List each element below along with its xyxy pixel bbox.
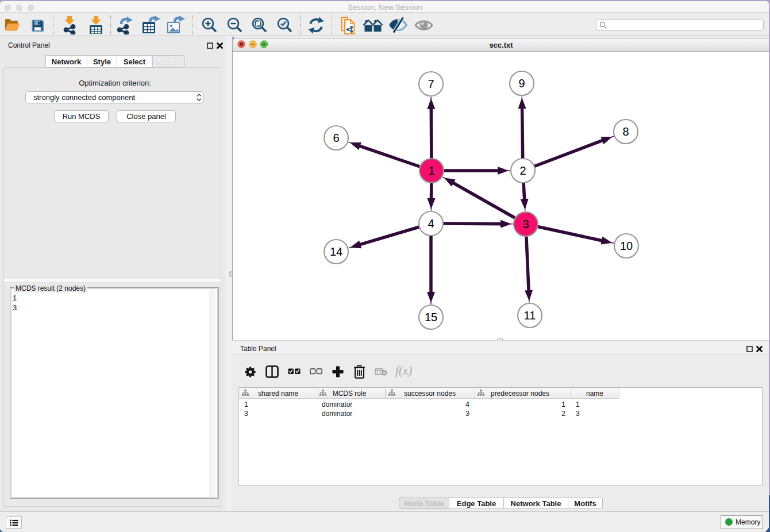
svg-text:4: 4 bbox=[428, 217, 434, 230]
svg-text:10: 10 bbox=[620, 240, 633, 252]
svg-text:6: 6 bbox=[333, 132, 339, 144]
svg-text:2: 2 bbox=[519, 164, 526, 177]
svg-text:1: 1 bbox=[428, 164, 434, 177]
svg-text:8: 8 bbox=[622, 125, 629, 138]
svg-text:14: 14 bbox=[330, 245, 342, 258]
svg-text:11: 11 bbox=[524, 309, 536, 322]
svg-text:3: 3 bbox=[522, 218, 529, 230]
svg-text:9: 9 bbox=[518, 77, 525, 90]
svg-text:15: 15 bbox=[425, 311, 437, 323]
svg-text:7: 7 bbox=[428, 78, 434, 90]
